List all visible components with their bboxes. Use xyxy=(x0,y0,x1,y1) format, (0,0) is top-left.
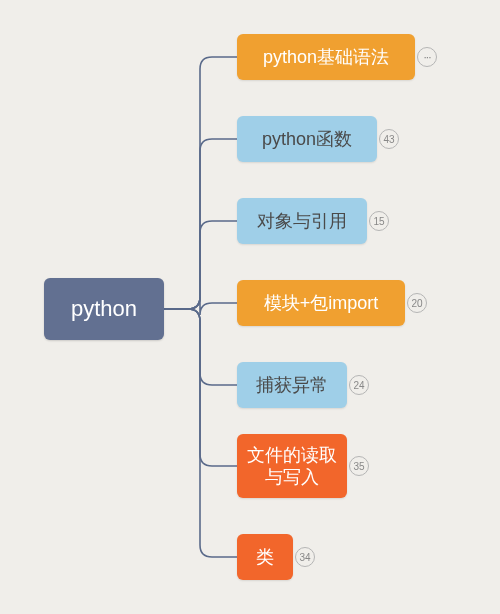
child-count-badge[interactable]: 20 xyxy=(407,293,427,313)
child-node-c4[interactable]: 捕获异常 xyxy=(237,362,347,408)
child-count-badge[interactable]: 43 xyxy=(379,129,399,149)
child-node-label: 类 xyxy=(256,546,274,569)
child-node-label: python基础语法 xyxy=(263,46,389,69)
child-node-label: 对象与引用 xyxy=(257,210,347,233)
child-node-label: 模块+包import xyxy=(264,292,379,315)
child-count-badge[interactable]: 35 xyxy=(349,456,369,476)
child-node-c5[interactable]: 文件的读取与写入 xyxy=(237,434,347,498)
child-node-label: 文件的读取与写入 xyxy=(243,444,341,489)
child-count-badge[interactable]: 15 xyxy=(369,211,389,231)
child-node-c1[interactable]: python函数 xyxy=(237,116,377,162)
root-node[interactable]: python xyxy=(44,278,164,340)
child-node-label: python函数 xyxy=(262,128,352,151)
child-count-badge[interactable]: 34 xyxy=(295,547,315,567)
child-node-c2[interactable]: 对象与引用 xyxy=(237,198,367,244)
root-node-label: python xyxy=(71,296,137,322)
child-node-c6[interactable]: 类 xyxy=(237,534,293,580)
child-node-c3[interactable]: 模块+包import xyxy=(237,280,405,326)
expand-ellipsis-icon[interactable]: ··· xyxy=(417,47,437,67)
child-count-badge[interactable]: 24 xyxy=(349,375,369,395)
child-node-label: 捕获异常 xyxy=(256,374,328,397)
child-node-c0[interactable]: python基础语法 xyxy=(237,34,415,80)
